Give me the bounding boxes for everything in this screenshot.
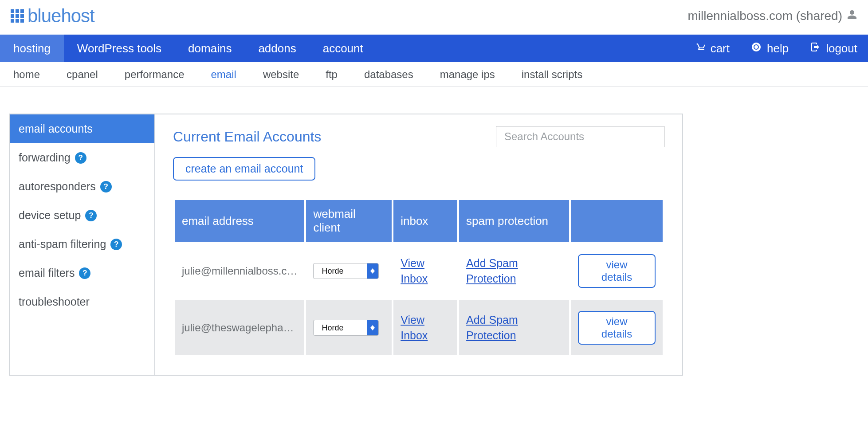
content-panel: email accounts forwarding ? autoresponde… bbox=[9, 114, 683, 376]
sidebar-item-device-setup[interactable]: device setup ? bbox=[10, 201, 154, 230]
select-arrows-icon bbox=[367, 263, 378, 279]
brand-name: bluehost bbox=[27, 5, 94, 27]
sub-performance[interactable]: performance bbox=[122, 63, 187, 86]
sub-databases[interactable]: databases bbox=[361, 63, 416, 86]
view-inbox-link[interactable]: View Inbox bbox=[401, 257, 428, 285]
cell-email: julie@theswagelepha… bbox=[175, 300, 304, 355]
nav-account[interactable]: account bbox=[310, 35, 377, 62]
nav-hosting[interactable]: hosting bbox=[0, 35, 64, 62]
sidebar-item-label: email accounts bbox=[19, 122, 93, 135]
view-details-button[interactable]: view details bbox=[578, 311, 656, 345]
nav-cart[interactable]: cart bbox=[684, 42, 740, 55]
view-details-button[interactable]: view details bbox=[578, 254, 656, 288]
select-arrows-icon bbox=[367, 320, 378, 336]
cell-email: julie@millennialboss.c… bbox=[175, 244, 304, 299]
sidebar-item-forwarding[interactable]: forwarding ? bbox=[10, 143, 154, 172]
help-icon[interactable]: ? bbox=[75, 152, 86, 164]
nav-addons[interactable]: addons bbox=[245, 35, 309, 62]
logout-icon bbox=[810, 42, 821, 55]
sub-installscripts[interactable]: install scripts bbox=[519, 63, 585, 86]
nav-help[interactable]: help bbox=[740, 42, 799, 55]
sidebar-item-label: autoresponders bbox=[19, 180, 96, 193]
th-spam[interactable]: spam protection bbox=[459, 200, 569, 242]
view-inbox-link[interactable]: View Inbox bbox=[401, 314, 428, 342]
th-webmail[interactable]: webmail client bbox=[306, 200, 392, 242]
page-title: Current Email Accounts bbox=[173, 129, 321, 145]
sub-nav: home cpanel performance email website ft… bbox=[0, 62, 868, 87]
sidebar-item-label: forwarding bbox=[19, 151, 71, 164]
create-email-button[interactable]: create an email account bbox=[173, 157, 315, 181]
brand-logo[interactable]: bluehost bbox=[11, 5, 94, 27]
sidebar-item-email-accounts[interactable]: email accounts bbox=[10, 114, 154, 143]
sub-home[interactable]: home bbox=[11, 63, 43, 86]
main-content: Current Email Accounts create an email a… bbox=[155, 114, 682, 375]
table-row: julie@millennialboss.c… Horde View Inbox bbox=[175, 244, 663, 299]
webmail-select[interactable]: Horde bbox=[313, 320, 379, 336]
nav-wordpress[interactable]: WordPress tools bbox=[64, 35, 175, 62]
sidebar-item-troubleshooter[interactable]: troubleshooter bbox=[10, 287, 154, 316]
sidebar-item-email-filters[interactable]: email filters ? bbox=[10, 259, 154, 287]
top-header: bluehost millennialboss.com (shared) bbox=[0, 0, 868, 35]
lifebuoy-icon bbox=[751, 42, 762, 55]
sidebar: email accounts forwarding ? autoresponde… bbox=[10, 114, 155, 375]
help-icon[interactable]: ? bbox=[110, 239, 122, 250]
help-icon[interactable]: ? bbox=[85, 210, 97, 221]
email-accounts-table: email address webmail client inbox spam … bbox=[173, 198, 664, 357]
sidebar-item-label: anti-spam filtering bbox=[19, 238, 106, 251]
sidebar-item-label: troubleshooter bbox=[19, 295, 90, 308]
sub-manageips[interactable]: manage ips bbox=[437, 63, 498, 86]
help-icon[interactable]: ? bbox=[100, 181, 112, 192]
sub-cpanel[interactable]: cpanel bbox=[64, 63, 101, 86]
webmail-select-value: Horde bbox=[314, 267, 367, 276]
account-domain[interactable]: millennialboss.com (shared) bbox=[687, 9, 857, 23]
sidebar-item-autoresponders[interactable]: autoresponders ? bbox=[10, 172, 154, 201]
th-inbox[interactable]: inbox bbox=[393, 200, 457, 242]
sidebar-item-label: device setup bbox=[19, 209, 81, 222]
cart-icon bbox=[695, 42, 705, 55]
table-row: julie@theswagelepha… Horde View Inbox bbox=[175, 300, 663, 355]
user-icon bbox=[847, 9, 857, 23]
sub-ftp[interactable]: ftp bbox=[323, 63, 340, 86]
nav-logout-label: logout bbox=[826, 42, 857, 55]
sidebar-item-label: email filters bbox=[19, 267, 75, 279]
logo-icon bbox=[11, 9, 24, 23]
webmail-select[interactable]: Horde bbox=[313, 263, 379, 279]
primary-nav: hosting WordPress tools domains addons a… bbox=[0, 35, 868, 62]
nav-logout[interactable]: logout bbox=[799, 42, 868, 55]
sub-email[interactable]: email bbox=[208, 63, 239, 86]
th-actions bbox=[571, 200, 663, 242]
add-spam-link[interactable]: Add Spam Protection bbox=[466, 257, 518, 285]
search-input[interactable] bbox=[496, 126, 664, 147]
help-icon[interactable]: ? bbox=[79, 267, 90, 279]
sidebar-item-anti-spam[interactable]: anti-spam filtering ? bbox=[10, 230, 154, 259]
nav-help-label: help bbox=[767, 42, 789, 55]
account-domain-label: millennialboss.com (shared) bbox=[687, 9, 842, 23]
nav-cart-label: cart bbox=[711, 42, 730, 55]
webmail-select-value: Horde bbox=[314, 323, 367, 333]
nav-domains[interactable]: domains bbox=[175, 35, 245, 62]
add-spam-link[interactable]: Add Spam Protection bbox=[466, 314, 518, 342]
sub-website[interactable]: website bbox=[260, 63, 302, 86]
th-email[interactable]: email address bbox=[175, 200, 304, 242]
